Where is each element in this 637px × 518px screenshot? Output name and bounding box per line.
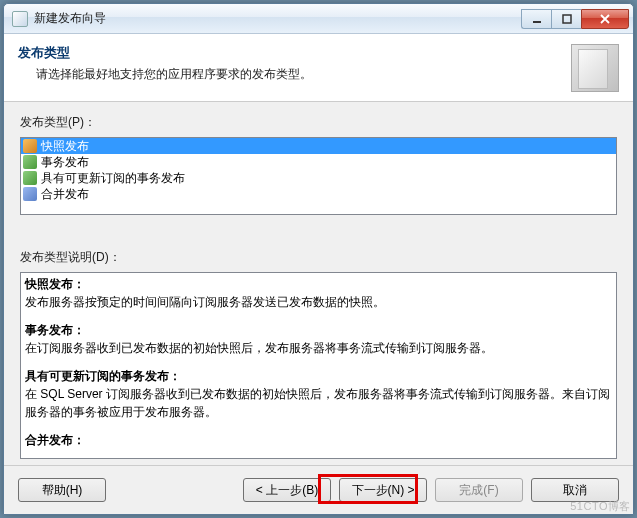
svg-rect-0: [533, 21, 541, 23]
window-controls: [521, 9, 629, 29]
list-item[interactable]: 具有可更新订阅的事务发布: [21, 170, 616, 186]
transactional-updatable-icon: [23, 171, 37, 185]
desc-body: 在订阅服务器收到已发布数据的初始快照后，发布服务器将事务流式传输到订阅服务器。: [25, 341, 493, 355]
finish-button: 完成(F): [435, 478, 523, 502]
desc-title: 事务发布：: [25, 323, 85, 337]
type-list-label: 发布类型(P)：: [20, 114, 617, 131]
desc-title: 合并发布：: [25, 433, 85, 447]
wizard-window: 新建发布向导 发布类型 请选择能最好地支持您的应用程序要求的发布类型。 发布类型…: [3, 3, 634, 515]
help-button[interactable]: 帮助(H): [18, 478, 106, 502]
window-title: 新建发布向导: [34, 10, 521, 27]
description-textbox[interactable]: 快照发布： 发布服务器按预定的时间间隔向订阅服务器发送已发布数据的快照。 事务发…: [20, 272, 617, 459]
button-bar: 帮助(H) < 上一步(B) 下一步(N) > 完成(F) 取消: [4, 465, 633, 514]
close-button[interactable]: [581, 9, 629, 29]
description-label: 发布类型说明(D)：: [20, 249, 617, 266]
page-icon: [571, 44, 619, 92]
desc-section: 具有可更新订阅的事务发布： 在 SQL Server 订阅服务器收到已发布数据的…: [25, 367, 612, 421]
page-subtitle: 请选择能最好地支持您的应用程序要求的发布类型。: [18, 66, 561, 83]
desc-title: 具有可更新订阅的事务发布：: [25, 369, 181, 383]
desc-body: 发布服务器按预定的时间间隔向订阅服务器发送已发布数据的快照。: [25, 295, 385, 309]
snapshot-icon: [23, 139, 37, 153]
wizard-header: 发布类型 请选择能最好地支持您的应用程序要求的发布类型。: [4, 34, 633, 102]
list-item[interactable]: 事务发布: [21, 154, 616, 170]
transactional-icon: [23, 155, 37, 169]
desc-section: 快照发布： 发布服务器按预定的时间间隔向订阅服务器发送已发布数据的快照。: [25, 275, 612, 311]
list-item[interactable]: 合并发布: [21, 186, 616, 202]
list-item-label: 具有可更新订阅的事务发布: [41, 170, 185, 187]
list-item-label: 快照发布: [41, 138, 89, 155]
list-item-label: 事务发布: [41, 154, 89, 171]
app-icon: [12, 11, 28, 27]
desc-body: 在 SQL Server 订阅服务器收到已发布数据的初始快照后，发布服务器将事务…: [25, 387, 610, 419]
cancel-button[interactable]: 取消: [531, 478, 619, 502]
list-item[interactable]: 快照发布: [21, 138, 616, 154]
titlebar: 新建发布向导: [4, 4, 633, 34]
list-item-label: 合并发布: [41, 186, 89, 203]
next-button[interactable]: 下一步(N) >: [339, 478, 427, 502]
page-title: 发布类型: [18, 44, 561, 62]
desc-title: 快照发布：: [25, 277, 85, 291]
merge-icon: [23, 187, 37, 201]
wizard-body: 发布类型(P)： 快照发布 事务发布 具有可更新订阅的事务发布 合并发布 发布类…: [4, 102, 633, 465]
desc-section: 合并发布：: [25, 431, 612, 449]
minimize-button[interactable]: [521, 9, 551, 29]
back-button[interactable]: < 上一步(B): [243, 478, 331, 502]
svg-rect-1: [563, 15, 571, 23]
maximize-button[interactable]: [551, 9, 581, 29]
desc-section: 事务发布： 在订阅服务器收到已发布数据的初始快照后，发布服务器将事务流式传输到订…: [25, 321, 612, 357]
publication-type-listbox[interactable]: 快照发布 事务发布 具有可更新订阅的事务发布 合并发布: [20, 137, 617, 215]
